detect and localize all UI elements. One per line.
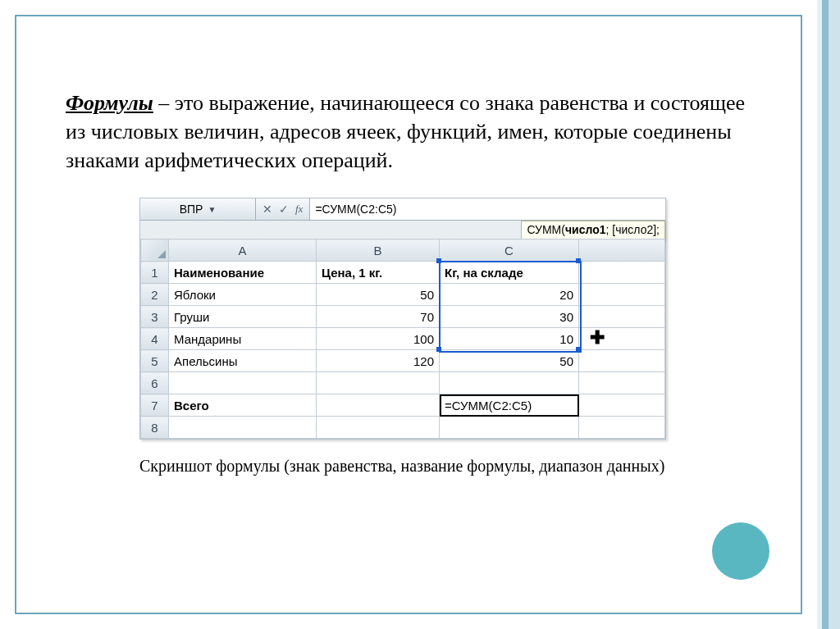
col-header-blank[interactable]: [579, 239, 665, 262]
definition-text: Формулы – это выражение, начинающееся со…: [66, 89, 758, 175]
cell[interactable]: [579, 306, 665, 328]
selection-handle: [436, 258, 441, 263]
spreadsheet-grid[interactable]: A B C 1 Наименование Цена, 1 кг. Кг, на …: [140, 239, 665, 439]
slide-frame: Формулы – это выражение, начинающееся со…: [0, 0, 840, 629]
cell[interactable]: [440, 417, 579, 439]
formula-input-value: =СУММ(C2:C5): [315, 203, 396, 216]
cell[interactable]: [317, 417, 440, 439]
cell[interactable]: 10: [440, 328, 579, 350]
row-header[interactable]: 2: [141, 284, 169, 306]
row-header[interactable]: 4: [141, 328, 169, 350]
select-all-corner[interactable]: [141, 239, 169, 262]
cell[interactable]: Цена, 1 кг.: [317, 262, 440, 284]
tooltip-func: СУММ(: [527, 223, 565, 236]
tooltip-row: СУММ(число1; [число2];: [140, 221, 665, 239]
fx-icon[interactable]: fx: [295, 203, 303, 216]
formula-bar: ВПР ▼ ✕ ✓ fx =СУММ(C2:C5): [140, 198, 665, 221]
cell[interactable]: [579, 350, 665, 372]
cell[interactable]: Яблоки: [169, 284, 317, 306]
cell[interactable]: [317, 372, 440, 394]
selection-handle: [576, 347, 581, 352]
cell[interactable]: [579, 417, 665, 439]
col-header-a[interactable]: A: [169, 239, 317, 262]
row-header[interactable]: 3: [141, 306, 169, 328]
cell[interactable]: [579, 372, 665, 394]
formula-input[interactable]: =СУММ(C2:C5): [310, 198, 665, 220]
cursor-plus-icon: ✚: [590, 329, 605, 347]
cell[interactable]: Всего: [169, 394, 317, 417]
cell[interactable]: 30: [440, 306, 579, 328]
row-header[interactable]: 8: [141, 417, 169, 439]
formula-bar-buttons: ✕ ✓ fx: [256, 198, 310, 220]
selection-handle: [576, 258, 581, 263]
cell[interactable]: [169, 372, 317, 394]
cell[interactable]: [169, 417, 317, 439]
caption-text: Скриншот формулы (знак равенства, назван…: [139, 456, 676, 476]
enter-icon[interactable]: ✓: [279, 203, 289, 216]
cell[interactable]: 50: [440, 350, 579, 372]
cell[interactable]: [579, 394, 665, 417]
name-box[interactable]: ВПР ▼: [140, 198, 256, 220]
active-cell[interactable]: =СУММ(C2:C5): [440, 394, 579, 417]
cell[interactable]: 120: [317, 350, 440, 372]
cell[interactable]: Апельсины: [169, 350, 317, 372]
cell[interactable]: Мандарины: [169, 328, 317, 350]
cell[interactable]: [440, 372, 579, 394]
decor-stripe: [822, 0, 829, 629]
cancel-icon[interactable]: ✕: [262, 203, 272, 216]
cell[interactable]: 70: [317, 306, 440, 328]
cell[interactable]: Наименование: [169, 262, 317, 284]
name-box-value: ВПР: [180, 203, 203, 216]
col-header-b[interactable]: B: [317, 239, 440, 262]
cell[interactable]: Кг, на складе: [440, 262, 579, 284]
cell[interactable]: 100: [317, 328, 440, 350]
accent-circle: [712, 522, 769, 580]
cell[interactable]: 50: [317, 284, 440, 306]
row-header[interactable]: 6: [141, 372, 169, 394]
dropdown-icon: ▼: [208, 205, 216, 214]
cell[interactable]: [317, 394, 440, 417]
cell[interactable]: 20: [440, 284, 579, 306]
tooltip-arg-bold: число1: [565, 223, 606, 236]
cell[interactable]: [579, 262, 665, 284]
definition-body: – это выражение, начинающееся со знака р…: [66, 91, 745, 172]
cell[interactable]: Груши: [169, 306, 317, 328]
row-header[interactable]: 5: [141, 350, 169, 372]
row-header[interactable]: 1: [141, 262, 169, 284]
definition-term: Формулы: [66, 91, 153, 115]
row-header[interactable]: 7: [141, 394, 169, 417]
excel-screenshot: ВПР ▼ ✕ ✓ fx =СУММ(C2:C5) СУММ(число1; […: [139, 198, 666, 440]
decor-stripe: [829, 0, 840, 629]
selection-handle: [436, 347, 441, 352]
col-header-c[interactable]: C: [440, 239, 579, 262]
tooltip-rest: ; [число2];: [606, 223, 660, 236]
cell[interactable]: [579, 284, 665, 306]
slide-content: Формулы – это выражение, начинающееся со…: [66, 89, 758, 476]
